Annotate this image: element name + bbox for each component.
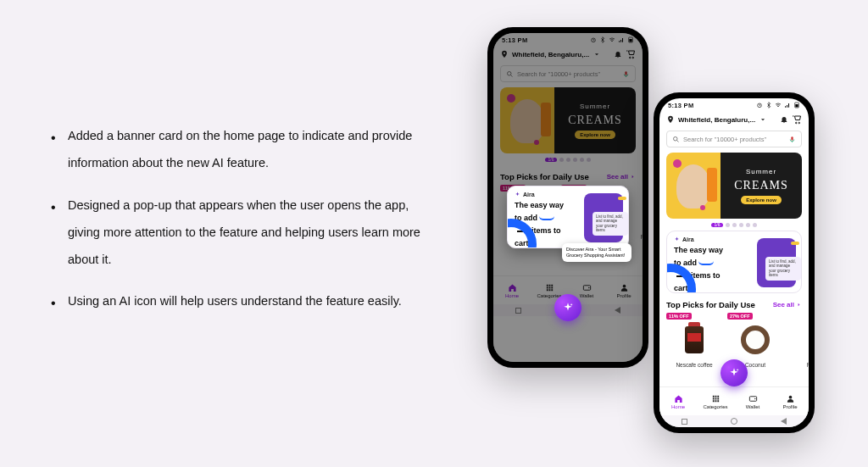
- nav-categories: Categories: [531, 276, 568, 304]
- search-icon: [506, 70, 514, 78]
- search-bar: Search for "10000+ products": [500, 65, 636, 82]
- person-icon: [620, 283, 629, 292]
- svg-point-11: [674, 136, 678, 141]
- hero-subtitle: Summer: [580, 103, 610, 110]
- svg-rect-9: [795, 103, 799, 108]
- mic-icon: [622, 70, 630, 78]
- battery-icon: [627, 36, 634, 43]
- bottom-nav: Home Categories Wallet Profile: [493, 275, 643, 304]
- location-row: Whitefield, Bengaluru,...: [493, 47, 643, 62]
- pager-dots: 1/6: [493, 158, 643, 162]
- product-image: [519, 198, 537, 225]
- mic-icon[interactable]: [788, 136, 796, 143]
- description-copy: Added a banner card on the home page to …: [51, 123, 424, 331]
- svg-rect-1: [629, 37, 633, 42]
- signal-icon: [618, 36, 625, 43]
- pin-icon: [666, 115, 675, 124]
- product-name: Coconut: [579, 234, 599, 240]
- product-tile: 27% OFF Coconut: [561, 185, 617, 240]
- product-image: [741, 325, 770, 354]
- svg-point-3: [508, 71, 512, 75]
- product-tile[interactable]: x Pepsi S: [788, 313, 809, 368]
- bluetooth-icon: [599, 36, 606, 43]
- product-tile[interactable]: 11% OFF Nescafe coffee: [666, 313, 722, 368]
- aira-phone-graphic: List to find, add, and manage your groce…: [584, 193, 623, 242]
- discount-badge: 11% OFF: [666, 313, 692, 320]
- bell-icon[interactable]: [780, 115, 788, 124]
- bluetooth-icon: [765, 102, 772, 108]
- section-header: Top Picks for Daily Use See all: [666, 300, 802, 309]
- hero-title: CREAMS: [568, 114, 622, 127]
- nav-home[interactable]: Home: [659, 387, 697, 415]
- hero-title: CREAMS: [734, 179, 788, 192]
- chevron-down-icon: [593, 50, 601, 58]
- aira-tooltip: Discover Aira - Your Smart Grocery Shopp…: [562, 243, 632, 262]
- phone-mockup-normal: 5:13 PM Whitefield, Bengaluru,... Search…: [654, 92, 815, 433]
- product-name: Coconut: [745, 362, 765, 368]
- home-icon: [674, 394, 683, 403]
- wifi-icon: [609, 36, 615, 43]
- pager-dots: 1/6: [659, 223, 809, 227]
- battery-icon: [793, 102, 800, 108]
- product-name: Pepsi S: [641, 234, 643, 240]
- product-image: [575, 197, 604, 226]
- bullet-item: Using an AI icon will help users underst…: [51, 288, 424, 315]
- svg-rect-4: [625, 71, 626, 75]
- svg-point-0: [592, 38, 596, 42]
- back-icon: [781, 418, 787, 425]
- cart-icon[interactable]: [792, 114, 802, 125]
- see-all-link[interactable]: See all: [773, 301, 802, 309]
- location-row[interactable]: Whitefield, Bengaluru,...: [659, 112, 809, 127]
- sparkle-icon: [562, 302, 574, 314]
- product-name: Nescafe coffee: [509, 234, 546, 240]
- svg-rect-12: [791, 136, 793, 141]
- section-header: Top Picks for Daily Use See all: [500, 172, 636, 181]
- search-placeholder: Search for "10000+ products": [517, 70, 600, 78]
- home-icon: [508, 283, 517, 292]
- wifi-icon: [775, 102, 782, 108]
- android-nav-bar: [659, 415, 809, 427]
- chevron-down-icon: [759, 115, 767, 124]
- hero-banner: Summer CREAMS Explore now: [500, 87, 636, 153]
- nav-profile[interactable]: Profile: [771, 387, 809, 415]
- home-button-icon: [731, 418, 737, 425]
- aira-bubble: List to find, add, and manage your groce…: [765, 257, 801, 281]
- svg-rect-10: [795, 104, 798, 107]
- nav-wallet: Wallet: [568, 276, 605, 304]
- signal-icon: [784, 102, 791, 108]
- bell-icon: [614, 50, 622, 58]
- phone-mockup-dimmed: 5:13 PM Whitefield, Bengaluru,... Search…: [487, 27, 648, 368]
- svg-rect-13: [749, 396, 756, 401]
- status-time: 5:13 PM: [502, 36, 527, 44]
- product-name: Nescafe coffee: [676, 362, 712, 368]
- sparkle-icon: [728, 367, 740, 379]
- person-icon: [786, 394, 795, 403]
- recent-apps-icon: [515, 308, 521, 314]
- bullet-item: Added a banner card on the home page to …: [51, 123, 424, 177]
- product-tile[interactable]: 27% OFF Coconut: [727, 313, 783, 368]
- hero-subtitle: Summer: [746, 168, 776, 175]
- nav-wallet[interactable]: Wallet: [734, 387, 771, 415]
- section-title: Top Picks for Daily Use: [500, 172, 589, 181]
- bullet-item: Designed a pop-up that appears when the …: [51, 192, 424, 274]
- aira-banner-card[interactable]: Aira The easy way to add items to cart. …: [666, 231, 802, 293]
- aira-banner-card: Aira The easy way to add items to cart. …: [507, 186, 629, 248]
- back-icon: [615, 307, 620, 314]
- search-bar[interactable]: Search for "10000+ products": [666, 131, 802, 147]
- ai-fab-button[interactable]: [721, 359, 748, 386]
- location-text: Whitefield, Bengaluru,...: [512, 51, 589, 58]
- hero-cta[interactable]: Explore now: [741, 196, 782, 204]
- svg-point-7: [622, 285, 626, 288]
- status-icons: [756, 102, 800, 108]
- overlay-dim: [493, 33, 643, 362]
- hero-banner[interactable]: Summer CREAMS Explore now: [666, 153, 802, 219]
- nav-categories[interactable]: Categories: [697, 387, 734, 415]
- recent-apps-icon: [682, 419, 687, 425]
- product-tiles: 11% OFF Nescafe coffee 27% OFF Coconut x…: [659, 313, 809, 368]
- search-icon: [672, 136, 680, 143]
- svg-rect-5: [583, 286, 590, 291]
- wallet-icon: [748, 394, 758, 403]
- product-name: Pepsi S: [807, 362, 809, 368]
- hero-cta: Explore now: [575, 131, 615, 139]
- product-tile: x Pepsi S: [622, 185, 643, 240]
